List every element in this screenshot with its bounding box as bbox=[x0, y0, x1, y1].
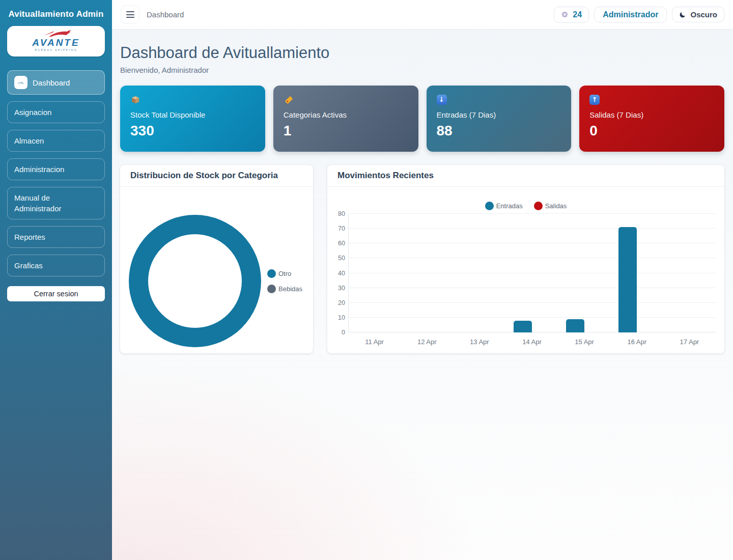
x-tick-label: 12 Apr bbox=[401, 338, 453, 346]
x-tick-label: 13 Apr bbox=[453, 338, 505, 346]
theme-toggle-label: Oscuro bbox=[690, 10, 717, 19]
stat-label: Stock Total Disponible bbox=[130, 110, 255, 119]
gridline bbox=[349, 288, 716, 288]
y-tick-label: 30 bbox=[328, 285, 345, 292]
y-tick-label: 40 bbox=[328, 270, 345, 277]
gridline bbox=[349, 258, 716, 258]
sidebar-item-label: Asignacion bbox=[14, 107, 51, 118]
legend-label: Bebidas bbox=[278, 285, 302, 293]
y-tick-label: 80 bbox=[328, 210, 345, 217]
charts-row: Distribucion de Stock por Categoria Otro… bbox=[120, 165, 724, 353]
arrow-down-icon: ↓ bbox=[437, 94, 561, 105]
stat-label: Categorias Activas bbox=[284, 110, 408, 119]
sidebar: Avituallamiento Admin AVANTE BUREAU SHIP… bbox=[0, 0, 112, 560]
x-tick-label: 17 Apr bbox=[663, 338, 716, 346]
topbar: Dashboard 24 Administrador bbox=[112, 0, 733, 30]
bar-chart: EntradasSalidas 01020304050607080 11 Apr… bbox=[327, 187, 724, 354]
logout-button[interactable]: Cerrar sesion bbox=[7, 286, 105, 301]
moon-icon bbox=[679, 11, 686, 18]
page-subtitle: Bienvenido, Administrador bbox=[120, 66, 724, 74]
tag-icon bbox=[284, 94, 408, 105]
gridline bbox=[349, 228, 716, 229]
chart-title: Distribucion de Stock por Categoria bbox=[120, 165, 313, 187]
stat-value: 330 bbox=[130, 124, 255, 138]
sidebar-item-label: Manual de Administrador bbox=[14, 192, 98, 214]
gridline bbox=[349, 302, 716, 303]
stat-card-stock-total: Stock Total Disponible 330 bbox=[120, 86, 265, 152]
y-tick-label: 20 bbox=[328, 299, 345, 306]
stat-label: Salidas (7 Dias) bbox=[589, 110, 714, 119]
x-axis-labels: 11 Apr12 Apr13 Apr14 Apr15 Apr16 Apr17 A… bbox=[348, 338, 716, 348]
sidebar-item-graficas[interactable]: Graficas bbox=[7, 255, 105, 276]
legend-item[interactable]: Otro bbox=[267, 269, 302, 278]
sidebar-item-reportes[interactable]: Reportes bbox=[7, 226, 105, 248]
sidebar-item-label: Graficas bbox=[14, 260, 43, 271]
package-icon bbox=[130, 94, 255, 105]
stat-card-entradas: ↓ Entradas (7 Dias) 88 bbox=[427, 86, 572, 152]
sidebar-item-almacen[interactable]: Almacen bbox=[7, 130, 105, 152]
bar-chart-card: Movimientos Recientes EntradasSalidas 01… bbox=[327, 165, 724, 353]
y-tick-label: 0 bbox=[328, 329, 345, 336]
gridline bbox=[349, 243, 716, 243]
gridline bbox=[349, 332, 716, 332]
page-content: Dashboard de Avituallamiento Bienvenido,… bbox=[112, 30, 733, 353]
stat-label: Entradas (7 Dias) bbox=[437, 110, 561, 119]
avante-logo-graphic: AVANTE BUREAU SHIPPING bbox=[17, 29, 95, 53]
bar-entradas bbox=[514, 321, 532, 332]
gridline bbox=[349, 273, 716, 273]
legend-item[interactable]: Salidas bbox=[534, 202, 567, 210]
x-tick-label: 11 Apr bbox=[348, 338, 401, 346]
legend-label: Otro bbox=[278, 270, 291, 277]
x-tick-label: 15 Apr bbox=[558, 338, 611, 346]
counter-chip[interactable]: 24 bbox=[554, 7, 589, 23]
sidebar-item-label: Almacen bbox=[14, 135, 44, 146]
dashboard-gauge-icon bbox=[14, 76, 27, 89]
menu-toggle-button[interactable] bbox=[121, 5, 139, 24]
breadcrumb: Dashboard bbox=[147, 10, 184, 19]
sidebar-item-label: Reportes bbox=[14, 232, 45, 242]
legend-dot bbox=[267, 285, 276, 293]
stats-row: Stock Total Disponible 330 Categorias Ac… bbox=[120, 86, 724, 152]
y-tick-label: 10 bbox=[328, 314, 345, 321]
donut-chart bbox=[129, 215, 261, 347]
sidebar-item-dashboard[interactable]: Dashboard bbox=[7, 70, 105, 95]
stat-value: 88 bbox=[437, 124, 561, 138]
x-tick-label: 14 Apr bbox=[505, 338, 558, 346]
sidebar-item-asignacion[interactable]: Asignacion bbox=[7, 101, 105, 123]
logo-subtext: BUREAU SHIPPING bbox=[35, 48, 77, 51]
main-area: Dashboard 24 Administrador bbox=[112, 0, 733, 560]
legend-dot bbox=[485, 202, 494, 210]
bar-chart-legend: EntradasSalidas bbox=[327, 202, 724, 210]
legend-dot bbox=[534, 202, 543, 210]
arrow-up-icon: ↑ bbox=[589, 94, 714, 105]
logo-text: AVANTE bbox=[32, 37, 79, 48]
chart-title: Movimientos Recientes bbox=[327, 165, 724, 187]
app-title: Avituallamiento Admin bbox=[7, 9, 105, 19]
user-button[interactable]: Administrador bbox=[594, 7, 667, 23]
y-tick-label: 70 bbox=[328, 225, 345, 232]
theme-toggle-button[interactable]: Oscuro bbox=[672, 7, 724, 22]
y-tick-label: 60 bbox=[328, 240, 345, 247]
legend-label: Entradas bbox=[496, 202, 523, 210]
page-title: Dashboard de Avituallamiento bbox=[120, 44, 724, 62]
sidebar-item-administracion[interactable]: Administracion bbox=[7, 158, 105, 180]
bar-entradas bbox=[566, 319, 584, 332]
stat-card-categorias: Categorias Activas 1 bbox=[273, 86, 418, 152]
gear-icon bbox=[561, 11, 569, 18]
legend-item[interactable]: Entradas bbox=[485, 202, 523, 210]
gridline bbox=[349, 317, 716, 318]
legend-label: Salidas bbox=[545, 202, 567, 210]
sidebar-item-manual-administrador[interactable]: Manual de Administrador bbox=[7, 187, 105, 219]
y-tick-label: 50 bbox=[328, 255, 345, 262]
legend-item[interactable]: Bebidas bbox=[267, 285, 302, 293]
bar-entradas bbox=[618, 227, 637, 332]
pie-chart-card: Distribucion de Stock por Categoria Otro… bbox=[120, 165, 313, 353]
gridline bbox=[349, 213, 716, 214]
donut-hole bbox=[148, 234, 242, 328]
bar-plot: 01020304050607080 bbox=[348, 214, 716, 332]
sidebar-item-label: Administracion bbox=[14, 164, 64, 175]
stat-value: 1 bbox=[284, 124, 408, 138]
x-tick-label: 16 Apr bbox=[611, 338, 663, 346]
pie-legend: OtroBebidas bbox=[267, 269, 302, 293]
company-logo: AVANTE BUREAU SHIPPING bbox=[7, 26, 105, 57]
